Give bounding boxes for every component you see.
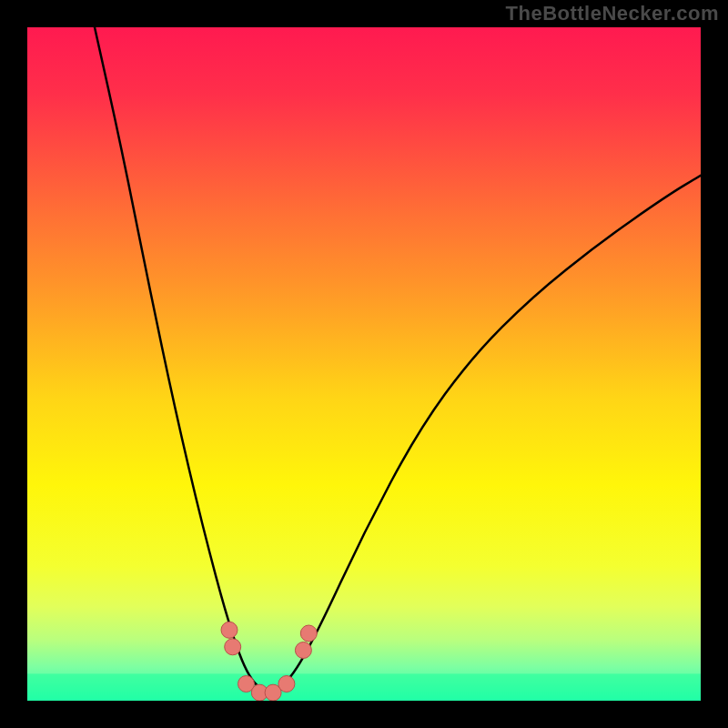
gradient-background [27,27,701,701]
data-point [278,676,295,693]
data-point [300,625,317,642]
data-point [225,639,241,655]
watermark-text: TheBottleNecker.com [506,2,719,25]
chart-frame: TheBottleNecker.com [0,0,728,728]
data-point [221,622,238,638]
plot-area [27,27,701,701]
chart-svg [27,27,701,701]
data-point [295,642,311,659]
green-band [27,673,701,701]
